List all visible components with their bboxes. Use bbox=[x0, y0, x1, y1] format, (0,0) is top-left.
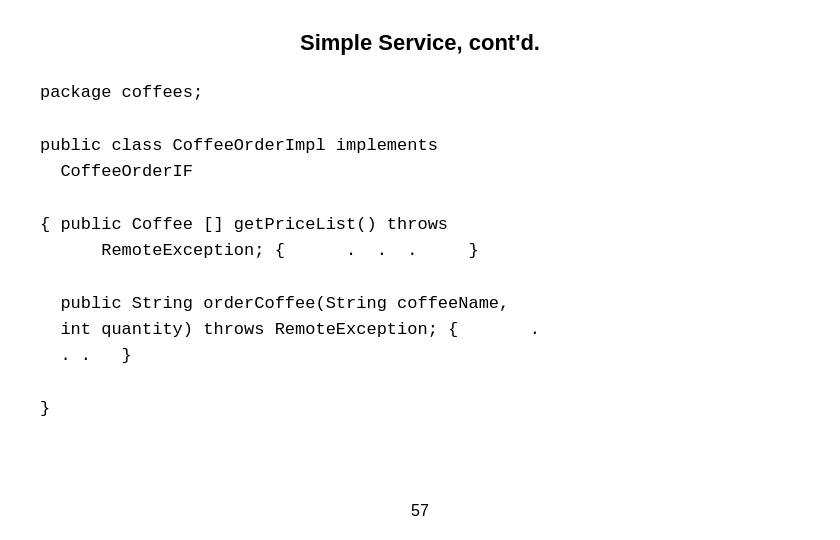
code-block: package coffees; public class CoffeeOrde… bbox=[40, 80, 800, 422]
slide-container: Simple Service, cont'd. package coffees;… bbox=[0, 0, 840, 540]
slide-title: Simple Service, cont'd. bbox=[40, 30, 800, 56]
page-number: 57 bbox=[411, 502, 429, 520]
